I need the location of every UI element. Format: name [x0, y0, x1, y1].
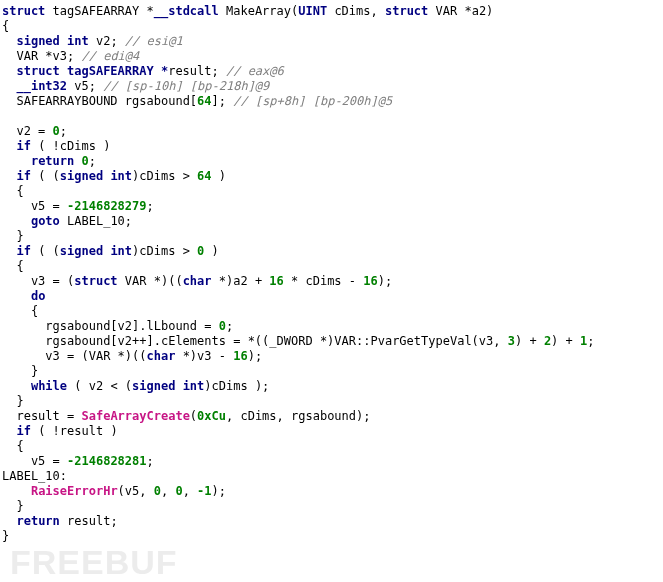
ind6	[2, 289, 31, 303]
nneg1: -2146828279	[67, 199, 146, 213]
t-sint3: signed int	[60, 244, 132, 258]
kw-if: if	[16, 139, 30, 153]
semi8: ;	[147, 454, 154, 468]
close2: )	[204, 244, 218, 258]
cast3: ( (	[31, 244, 60, 258]
nneg2: -2146828281	[67, 454, 146, 468]
brace9: }	[2, 529, 9, 543]
sig-name: MakeArray(	[219, 4, 298, 18]
ind	[2, 139, 16, 153]
kw-struct2: struct	[385, 4, 428, 18]
cmt-edi: // edi@4	[81, 49, 139, 63]
ind8	[2, 424, 16, 438]
cast2: )cDims >	[132, 169, 197, 183]
v5eq2: v5 =	[2, 454, 67, 468]
cast5: VAR *)((	[118, 274, 183, 288]
cmt-eax: // eax@6	[226, 64, 284, 78]
args: , cDims, rgsabound);	[226, 409, 371, 423]
c2: ,	[183, 484, 197, 498]
c1: ,	[161, 484, 175, 498]
t-sint4: signed int	[132, 379, 204, 393]
n64: 64	[197, 94, 211, 108]
c3: );	[212, 484, 226, 498]
n0: 0	[53, 124, 60, 138]
kw-char2: char	[147, 349, 176, 363]
watermark: FREEBUF	[10, 555, 178, 570]
p2: VAR *a2)	[428, 4, 493, 18]
semi4: );	[378, 274, 392, 288]
cast6: *)a2 +	[212, 274, 270, 288]
ind5	[2, 244, 16, 258]
p2c: ) +	[551, 334, 580, 348]
t-struct: struct tagSAFEARRAY *	[16, 64, 168, 78]
semi5: ;	[226, 319, 233, 333]
n0d: 0	[219, 319, 226, 333]
v2eq: v2 =	[2, 124, 53, 138]
p1: cDims,	[327, 4, 385, 18]
kw-struct3: struct	[74, 274, 117, 288]
brace: {	[2, 184, 24, 198]
kw-struct: struct	[2, 4, 45, 18]
brace-open: {	[2, 19, 9, 33]
hx0c: 0xCu	[197, 409, 226, 423]
fn-raiseerrorhr: RaiseErrorHr	[31, 484, 118, 498]
v3cast: v3 = (VAR *)((	[2, 349, 147, 363]
brace4: {	[2, 304, 38, 318]
close: )	[212, 169, 226, 183]
semi: ;	[60, 124, 67, 138]
rgsab: rgsabound[	[118, 94, 197, 108]
v3sub: *)v3 -	[175, 349, 233, 363]
cmt-esi: // esi@1	[125, 34, 183, 48]
semi2: ;	[89, 154, 96, 168]
n16: 16	[269, 274, 283, 288]
ind4	[2, 214, 31, 228]
kw-stdcall: __stdcall	[154, 4, 219, 18]
result-decl: result;	[168, 64, 226, 78]
kw-if3: if	[16, 244, 30, 258]
cast: ( (	[31, 169, 60, 183]
code-block: struct tagSAFEARRAY *__stdcall MakeArray…	[0, 0, 663, 544]
semi7: );	[248, 349, 262, 363]
v5-decl: v5;	[67, 79, 103, 93]
brace3: {	[2, 259, 24, 273]
open2: (v5,	[118, 484, 154, 498]
kw-char: char	[183, 274, 212, 288]
semi3: ;	[147, 199, 154, 213]
n16b: 16	[363, 274, 377, 288]
celem: rgsabound[v2++].cElements = *((_DWORD *)…	[2, 334, 508, 348]
kw-if2: if	[16, 169, 30, 183]
n64b: 64	[197, 169, 211, 183]
brace7: {	[2, 439, 24, 453]
kw-goto: goto	[31, 214, 60, 228]
t-sint2: signed int	[60, 169, 132, 183]
t-sab: SAFEARRAYBOUND	[16, 94, 117, 108]
kw-uint: UINT	[298, 4, 327, 18]
open: (	[190, 409, 197, 423]
decompiled-source: struct tagSAFEARRAY *__stdcall MakeArray…	[0, 0, 663, 544]
ind2	[2, 154, 31, 168]
p1c: ) +	[515, 334, 544, 348]
cmt-sp10: // [sp-10h] [bp-218h]@9	[103, 79, 269, 93]
v3eq: v3 = (	[2, 274, 74, 288]
cond2: ( v2 < (	[67, 379, 132, 393]
n0b: 0	[82, 154, 89, 168]
t-var: VAR *	[16, 49, 52, 63]
kw-while: while	[31, 379, 67, 393]
sig-type: tagSAFEARRAY *	[45, 4, 153, 18]
v5eq: v5 =	[2, 199, 67, 213]
notres: ( !result )	[31, 424, 118, 438]
nm1: -1	[197, 484, 211, 498]
brace8: }	[2, 499, 24, 513]
semi6: ;	[587, 334, 594, 348]
brace6: }	[2, 394, 24, 408]
brace5: }	[2, 364, 38, 378]
retres: result;	[60, 514, 118, 528]
kw-do: do	[31, 289, 45, 303]
ind3	[2, 169, 16, 183]
brace2: }	[2, 229, 24, 243]
fn-safearraycreate: SafeArrayCreate	[81, 409, 189, 423]
n3: 3	[508, 334, 515, 348]
v3-decl: v3;	[53, 49, 82, 63]
ind10	[2, 514, 16, 528]
reseq: result =	[2, 409, 81, 423]
